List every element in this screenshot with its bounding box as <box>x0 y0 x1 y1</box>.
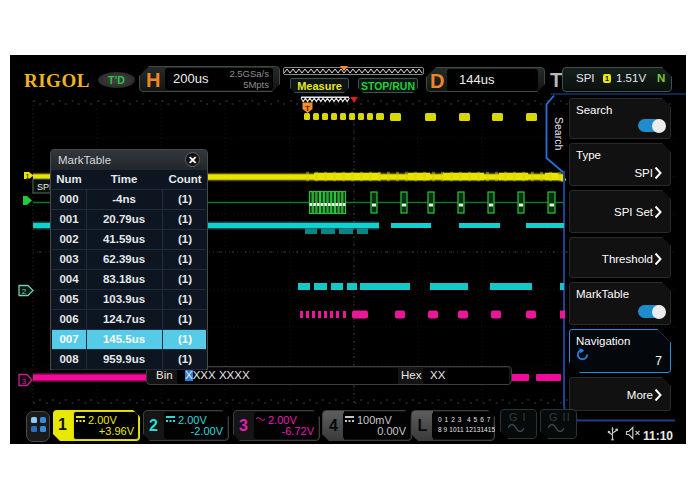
svg-text:T: T <box>305 104 310 113</box>
svg-text:3: 3 <box>22 377 27 386</box>
svg-text:2: 2 <box>22 287 27 296</box>
svg-text:1: 1 <box>26 173 30 180</box>
